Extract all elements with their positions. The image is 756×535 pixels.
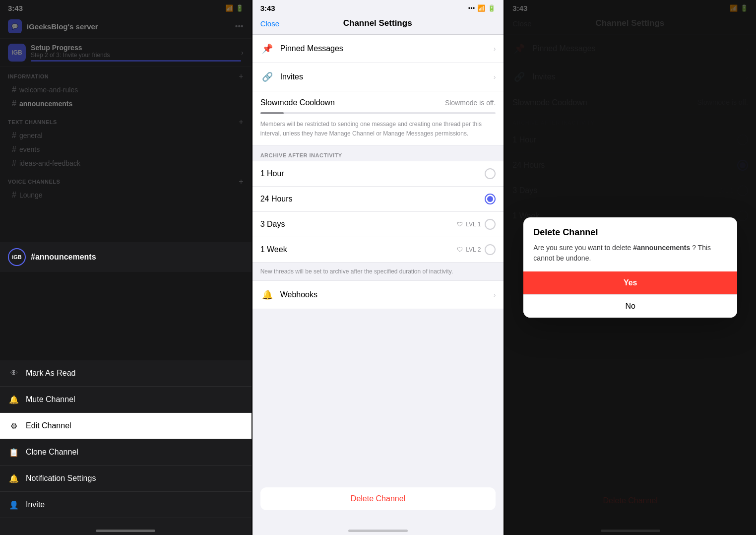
ctx-invite[interactable]: 👤 Invite (0, 492, 252, 518)
slowmode-section: Slowmode Cooldown Slowmode is off. Membe… (252, 91, 504, 145)
archive-description-text: New threads will be set to archive after… (260, 268, 453, 275)
notification-icon: 🔔 (8, 472, 20, 484)
dialog-title: Delete Channel (533, 227, 727, 238)
delete-channel-dialog: Delete Channel Are you sure you want to … (523, 217, 737, 318)
ctx-clone-label: Clone Channel (26, 448, 78, 457)
context-avatar: iGB (8, 248, 26, 266)
link-icon: 🔗 (260, 70, 274, 84)
bell-icon: 🔔 (8, 394, 20, 405)
context-header: iGB #announcements (0, 242, 252, 272)
ctx-invite-label: Invite (26, 500, 45, 509)
home-indicator-left (96, 530, 155, 532)
close-button-middle[interactable]: Close (260, 19, 279, 28)
invites-item[interactable]: 🔗 Invites › (252, 63, 504, 91)
dialog-no-button[interactable]: No (523, 294, 737, 318)
slider-fill (260, 112, 284, 114)
context-channel-name: #announcements (31, 253, 96, 262)
archive-1hour[interactable]: 1 Hour (252, 161, 504, 187)
battery-icon-middle: 🔋 (488, 4, 496, 12)
slowmode-title: Slowmode Cooldown (260, 98, 335, 107)
panel-right: 3:43 📶 🔋 Close Channel Settings 📌 Pinned… (504, 0, 756, 535)
webhooks-label: Webhooks (280, 290, 494, 299)
slowmode-slider[interactable] (260, 112, 496, 114)
dialog-yes-button[interactable]: Yes (523, 271, 737, 294)
wifi-icon-middle: 📶 (477, 4, 485, 12)
pinned-messages-item[interactable]: 📌 Pinned Messages › (252, 35, 504, 63)
archive-1hour-label: 1 Hour (260, 169, 485, 178)
delete-channel-button[interactable]: Delete Channel (260, 487, 496, 510)
dialog-message-prefix: Are you sure you want to delete (533, 244, 631, 252)
gear-icon: ⚙ (8, 420, 20, 432)
ctx-mute-label: Mute Channel (26, 395, 75, 404)
pin-icon: 📌 (260, 42, 274, 56)
archive-3days[interactable]: 3 Days 🛡 LVL 1 (252, 212, 504, 237)
invites-label: Invites (280, 72, 494, 81)
dialog-message: Are you sure you want to delete #announc… (533, 243, 727, 264)
context-menu: 👁 Mark As Read 🔔 Mute Channel ⚙ Edit Cha… (0, 360, 252, 535)
ctx-clone[interactable]: 📋 Clone Channel (0, 439, 252, 466)
archive-1week-radio[interactable] (485, 244, 496, 255)
clone-icon: 📋 (8, 446, 20, 458)
dialog-overlay: Delete Channel Are you sure you want to … (504, 0, 756, 535)
webhooks-item[interactable]: 🔔 Webhooks › (252, 280, 504, 309)
ctx-notifications[interactable]: 🔔 Notification Settings (0, 466, 252, 492)
archive-1week-label: 1 Week (260, 245, 457, 254)
lvl1-shield-icon: 🛡 (457, 221, 463, 228)
webhooks-chevron-icon: › (494, 291, 496, 299)
status-icons-middle: ••• 📶 🔋 (468, 4, 496, 12)
channel-settings-title: Channel Settings (343, 18, 412, 28)
dialog-body: Delete Channel Are you sure you want to … (523, 217, 737, 271)
archive-1week[interactable]: 1 Week 🛡 LVL 2 (252, 237, 504, 263)
context-overlay: iGB #announcements 👁 Mark As Read 🔔 Mute… (0, 0, 252, 535)
ctx-mute[interactable]: 🔔 Mute Channel (0, 387, 252, 413)
pinned-chevron-icon: › (494, 45, 496, 53)
pinned-messages-label: Pinned Messages (280, 44, 494, 53)
archive-description: New threads will be set to archive after… (252, 263, 504, 281)
delete-channel-label: Delete Channel (351, 494, 405, 503)
home-bar-left (0, 518, 252, 535)
lvl2-text: LVL 2 (466, 246, 481, 253)
panel3-content: 3:43 📶 🔋 Close Channel Settings 📌 Pinned… (504, 0, 756, 535)
delete-button-container: Delete Channel (252, 479, 504, 518)
status-bar-middle: 3:43 ••• 📶 🔋 (252, 0, 504, 14)
slowmode-description: Members will be restricted to sending on… (260, 121, 482, 137)
ctx-mark-read[interactable]: 👁 Mark As Read (0, 360, 252, 387)
time-middle: 3:43 (260, 4, 275, 12)
webhooks-icon: 🔔 (260, 288, 274, 302)
panel-left: 3:43 📶 🔋 💬 iGeeksBlog's server ••• iGB S… (0, 0, 252, 535)
ctx-notifications-label: Notification Settings (26, 474, 96, 483)
archive-title: ARCHIVE AFTER INACTIVITY (260, 152, 342, 158)
dialog-channel-name: #announcements (633, 244, 690, 252)
archive-1hour-radio[interactable] (485, 168, 496, 179)
archive-3days-badge: 🛡 LVL 1 (457, 221, 481, 228)
ctx-mark-read-label: Mark As Read (26, 369, 75, 378)
slowmode-value: Slowmode is off. (445, 99, 496, 107)
invite-icon: 👤 (8, 499, 20, 511)
ctx-edit-label: Edit Channel (26, 421, 71, 430)
archive-section-header: ARCHIVE AFTER INACTIVITY (252, 145, 504, 161)
panel-middle: 3:43 ••• 📶 🔋 Close Channel Settings 📌 Pi… (252, 0, 504, 535)
lvl1-text: LVL 1 (466, 221, 481, 228)
archive-3days-radio[interactable] (485, 219, 496, 230)
archive-1week-badge: 🛡 LVL 2 (457, 246, 481, 253)
home-bar-middle (252, 518, 504, 535)
signal-icon-middle: ••• (468, 4, 475, 12)
ctx-edit[interactable]: ⚙ Edit Channel (0, 413, 252, 439)
slowmode-header: Slowmode Cooldown Slowmode is off. (260, 98, 496, 107)
dialog-buttons: Yes No (523, 271, 737, 318)
radio-selected-inner (487, 196, 493, 202)
lvl2-shield-icon: 🛡 (457, 246, 463, 253)
panel2-content: 3:43 ••• 📶 🔋 Close Channel Settings 📌 Pi… (252, 0, 504, 535)
home-indicator-middle (348, 530, 408, 532)
invites-chevron-icon: › (494, 73, 496, 81)
archive-24hours-radio[interactable] (485, 194, 496, 204)
channel-settings-header: Close Channel Settings (252, 14, 504, 35)
archive-3days-label: 3 Days (260, 220, 457, 229)
archive-24hours-label: 24 Hours (260, 195, 485, 203)
archive-24hours[interactable]: 24 Hours (252, 187, 504, 212)
eye-icon: 👁 (8, 367, 20, 379)
